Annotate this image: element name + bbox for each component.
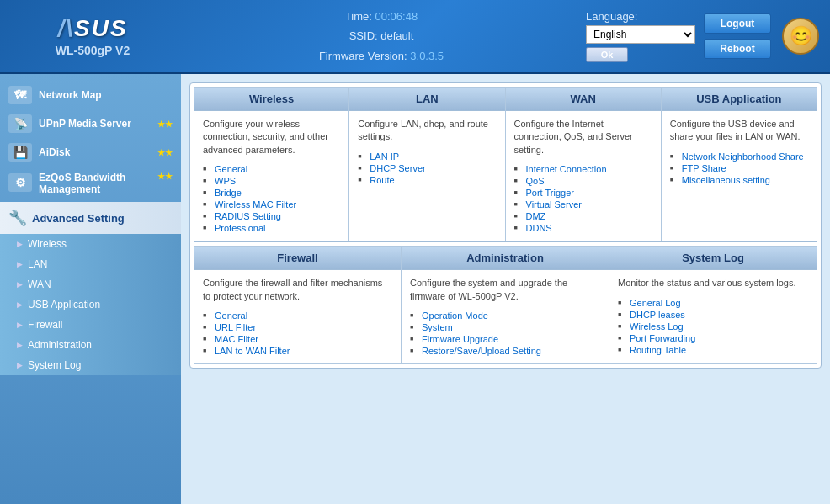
syslog-link-port-fwd[interactable]: Port Forwarding bbox=[630, 333, 695, 343]
sidebar-item-usb-application[interactable]: ▶ USB Application bbox=[0, 294, 181, 315]
sidebar-item-wan[interactable]: ▶ WAN bbox=[0, 274, 181, 294]
bottom-sections-grid: Firewall Configure the firewall and filt… bbox=[194, 246, 817, 364]
list-item: Restore/Save/Upload Setting bbox=[410, 345, 600, 357]
firewall-header: Firewall bbox=[194, 247, 401, 270]
sidebar-sub-label-wan: WAN bbox=[28, 279, 51, 290]
wireless-link-mac-filter[interactable]: Wireless MAC Filter bbox=[215, 199, 296, 210]
firewall-desc: Configure the firewall and filter mechan… bbox=[203, 277, 392, 303]
ezqos-icon: ⚙ bbox=[8, 173, 32, 192]
list-item: Internet Connection bbox=[514, 163, 652, 175]
time-value[interactable]: 00:06:48 bbox=[375, 10, 418, 23]
syslog-link-wireless[interactable]: Wireless Log bbox=[630, 321, 684, 332]
sidebar-item-firewall[interactable]: ▶ Firewall bbox=[0, 315, 181, 335]
language-area: Language: English Ok bbox=[586, 10, 695, 62]
advanced-setting-header: 🔧 Advanced Setting bbox=[0, 202, 181, 234]
list-item: DHCP Server bbox=[358, 162, 496, 174]
wan-link-qos[interactable]: QoS bbox=[526, 176, 545, 186]
sidebar-item-ezqos[interactable]: ⚙ EzQoS Bandwidth Management ★★ bbox=[0, 167, 181, 200]
usb-body: Configure the USB device and share your … bbox=[662, 111, 817, 193]
wan-link-dmz[interactable]: DMZ bbox=[526, 211, 546, 221]
logout-button[interactable]: Logout bbox=[704, 13, 771, 34]
sidebar-item-administration[interactable]: ▶ Administration bbox=[0, 335, 181, 355]
wan-header: WAN bbox=[506, 88, 661, 111]
sidebar-item-system-log[interactable]: ▶ System Log bbox=[0, 355, 181, 375]
admin-links: Operation Mode System Firmware Upgrade R… bbox=[410, 310, 600, 357]
admin-body: Configure the system and upgrade the fir… bbox=[402, 270, 609, 363]
list-item: FTP Share bbox=[670, 162, 808, 174]
sidebar: 🗺 Network Map 📡 UPnP Media Server ★★ 💾 A… bbox=[0, 74, 181, 504]
admin-link-firmware[interactable]: Firmware Upgrade bbox=[422, 334, 498, 344]
admin-link-operation-mode[interactable]: Operation Mode bbox=[422, 310, 488, 321]
content-grid: Wireless Configure your wireless connect… bbox=[189, 82, 822, 369]
sidebar-sub-label-wireless: Wireless bbox=[28, 238, 67, 250]
wireless-link-professional[interactable]: Professional bbox=[215, 223, 266, 233]
lan-desc: Configure LAN, dhcp, and route settings. bbox=[358, 118, 496, 144]
header-info: Time: 00:06:48 SSID: default Firmware Ve… bbox=[177, 7, 586, 66]
firewall-link-general[interactable]: General bbox=[215, 310, 247, 321]
sidebar-item-lan[interactable]: ▶ LAN bbox=[0, 254, 181, 274]
firewall-link-lan-wan[interactable]: LAN to WAN Filter bbox=[215, 346, 290, 356]
syslog-link-general[interactable]: General Log bbox=[630, 298, 681, 308]
sidebar-item-network-map[interactable]: 🗺 Network Map bbox=[0, 81, 181, 109]
sidebar-item-upnp[interactable]: 📡 UPnP Media Server ★★ bbox=[0, 109, 181, 138]
wan-link-ddns[interactable]: DDNS bbox=[526, 223, 552, 233]
ssid-value: default bbox=[380, 29, 413, 42]
time-line: Time: 00:06:48 bbox=[345, 7, 418, 26]
list-item: RADIUS Setting bbox=[203, 210, 340, 222]
wireless-link-general[interactable]: General bbox=[215, 164, 247, 174]
list-item: DDNS bbox=[514, 222, 652, 234]
wireless-body: Configure your wireless connection, secu… bbox=[194, 111, 348, 241]
wireless-link-radius[interactable]: RADIUS Setting bbox=[215, 211, 281, 221]
network-map-icon: 🗺 bbox=[8, 86, 32, 104]
ok-button[interactable]: Ok bbox=[586, 47, 628, 62]
list-item: Miscellaneous setting bbox=[670, 174, 808, 186]
button-area: Logout Reboot bbox=[704, 13, 771, 59]
sidebar-item-label-aidisk: AiDisk bbox=[39, 146, 151, 158]
model-name: WL-500gP V2 bbox=[56, 44, 130, 57]
admin-desc: Configure the system and upgrade the fir… bbox=[410, 277, 600, 303]
admin-arrow-icon: ▶ bbox=[17, 341, 23, 349]
list-item: DMZ bbox=[514, 210, 652, 222]
lan-link-dhcp[interactable]: DHCP Server bbox=[370, 163, 425, 173]
time-label: Time: bbox=[345, 10, 372, 23]
wireless-link-wps[interactable]: WPS bbox=[215, 176, 236, 186]
wan-link-virtual-server[interactable]: Virtual Server bbox=[526, 199, 582, 210]
wan-link-port-trigger[interactable]: Port Trigger bbox=[526, 188, 574, 198]
firewall-section: Firewall Configure the firewall and filt… bbox=[194, 246, 402, 364]
admin-link-system[interactable]: System bbox=[422, 322, 453, 332]
language-select[interactable]: English bbox=[586, 25, 695, 44]
list-item: MAC Filter bbox=[203, 333, 392, 345]
usb-link-network-neighborhood[interactable]: Network Neighborhood Share bbox=[682, 151, 804, 162]
wireless-links: General WPS Bridge Wireless MAC Filter R… bbox=[203, 163, 340, 234]
syslog-link-routing[interactable]: Routing Table bbox=[630, 345, 686, 355]
firewall-links: General URL Filter MAC Filter LAN to WAN… bbox=[203, 310, 392, 357]
list-item: Virtual Server bbox=[514, 199, 652, 210]
usb-link-misc[interactable]: Miscellaneous setting bbox=[682, 175, 770, 185]
ssid-line: SSID: default bbox=[349, 26, 414, 45]
main: 🗺 Network Map 📡 UPnP Media Server ★★ 💾 A… bbox=[0, 74, 830, 504]
wan-link-internet[interactable]: Internet Connection bbox=[526, 164, 607, 174]
firewall-link-mac[interactable]: MAC Filter bbox=[215, 334, 258, 344]
usb-link-ftp[interactable]: FTP Share bbox=[682, 163, 726, 173]
firewall-link-url[interactable]: URL Filter bbox=[215, 322, 256, 332]
syslog-section: System Log Monitor the status and variou… bbox=[609, 246, 817, 364]
admin-header: Administration bbox=[402, 247, 609, 270]
reboot-button[interactable]: Reboot bbox=[704, 39, 771, 59]
sidebar-item-wireless[interactable]: ▶ Wireless bbox=[0, 234, 181, 254]
header: /\SUS WL-500gP V2 Time: 00:06:48 SSID: d… bbox=[0, 0, 830, 74]
logo-area: /\SUS WL-500gP V2 bbox=[8, 15, 177, 57]
list-item: General Log bbox=[618, 297, 808, 309]
sidebar-item-aidisk[interactable]: 💾 AiDisk ★★ bbox=[0, 138, 181, 167]
list-item: Port Forwarding bbox=[618, 332, 808, 344]
syslog-link-dhcp[interactable]: DHCP leases bbox=[630, 310, 685, 320]
list-item: General bbox=[203, 163, 340, 175]
list-item: LAN IP bbox=[358, 151, 496, 162]
lan-section: LAN Configure LAN, dhcp, and route setti… bbox=[349, 87, 505, 241]
lan-link-route[interactable]: Route bbox=[370, 175, 394, 185]
sidebar-sub-label-admin: Administration bbox=[28, 339, 92, 351]
admin-link-restore[interactable]: Restore/Save/Upload Setting bbox=[422, 346, 541, 356]
wireless-link-bridge[interactable]: Bridge bbox=[215, 188, 242, 198]
lan-link-ip[interactable]: LAN IP bbox=[370, 151, 399, 162]
firmware-value[interactable]: 3.0.3.5 bbox=[410, 50, 444, 62]
firewall-arrow-icon: ▶ bbox=[17, 321, 23, 329]
